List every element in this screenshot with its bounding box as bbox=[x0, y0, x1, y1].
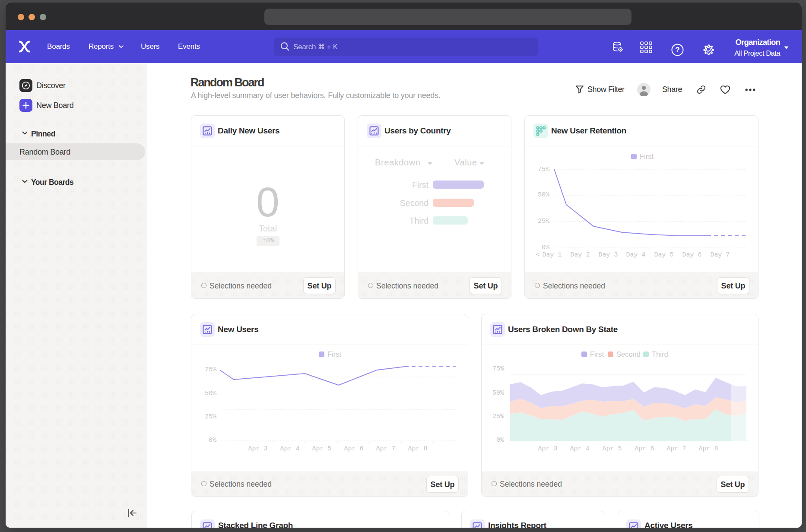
svg-text:?: ? bbox=[675, 46, 679, 54]
